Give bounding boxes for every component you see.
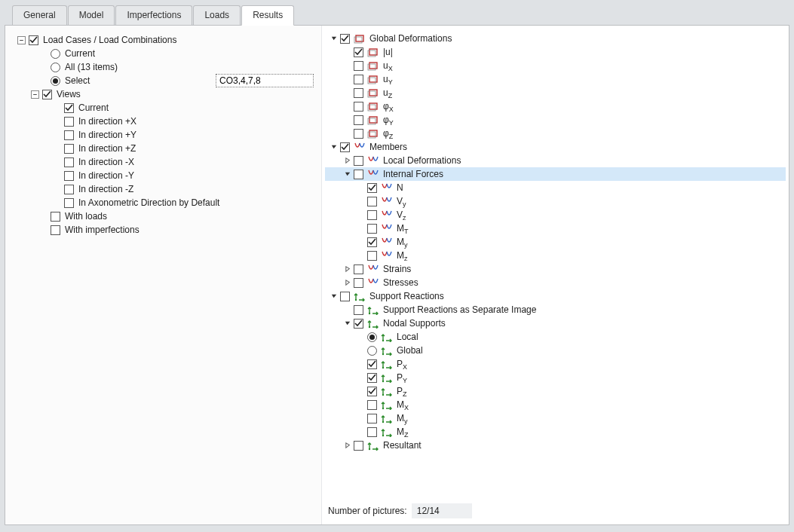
expander-global-deformations[interactable] xyxy=(330,34,339,43)
checkbox-strains[interactable] xyxy=(354,264,363,274)
expander-resultant[interactable] xyxy=(343,441,352,450)
expander-local-def[interactable] xyxy=(343,156,352,165)
right-tree[interactable]: Global Deformations |u| uX uY uZ xyxy=(322,26,789,524)
radio-local[interactable] xyxy=(367,332,377,342)
checkbox-mt[interactable] xyxy=(367,224,377,234)
checkbox-view-current[interactable] xyxy=(64,103,74,113)
checkbox-dir-px[interactable] xyxy=(64,117,74,127)
support-icon xyxy=(367,440,379,451)
support-icon xyxy=(354,291,366,301)
tab-bar: General Model Imperfections Loads Result… xyxy=(5,5,789,25)
tab-loads[interactable]: Loads xyxy=(193,5,241,26)
support-icon xyxy=(381,386,393,396)
checkbox-uy[interactable] xyxy=(354,75,363,84)
checkbox-members[interactable] xyxy=(340,142,350,152)
checkbox-resultant[interactable] xyxy=(354,441,363,451)
deformation-icon xyxy=(354,33,366,44)
checkbox-nodal-supports[interactable] xyxy=(354,319,363,329)
checkbox-local-def[interactable] xyxy=(354,156,363,166)
expander-internal-forces[interactable] xyxy=(343,170,352,179)
force-icon xyxy=(354,142,366,152)
expander-views[interactable]: − xyxy=(31,90,39,99)
footer: Number of pictures: 12/14 xyxy=(328,503,472,518)
checkbox-phix[interactable] xyxy=(354,102,363,112)
checkbox-axo[interactable] xyxy=(64,198,74,208)
label-mz: Mz xyxy=(396,250,408,261)
label-radio-current: Current xyxy=(64,48,95,59)
label-phiy: φY xyxy=(382,115,394,125)
label-radio-select: Select xyxy=(64,75,90,86)
expander-nodal-supports[interactable] xyxy=(343,319,352,328)
checkbox-u-abs[interactable] xyxy=(354,47,363,57)
force-icon xyxy=(381,223,393,234)
expander-strains[interactable] xyxy=(343,264,352,274)
checkbox-phiy[interactable] xyxy=(354,115,363,125)
expander-members[interactable] xyxy=(330,142,339,151)
input-select-value[interactable] xyxy=(216,74,314,87)
footer-label: Number of pictures: xyxy=(328,506,407,516)
checkbox-n[interactable] xyxy=(367,183,377,193)
checkbox-px[interactable] xyxy=(367,359,377,369)
dialog-window: General Model Imperfections Loads Result… xyxy=(0,0,794,532)
checkbox-mx[interactable] xyxy=(367,400,377,410)
label-support-sep: Support Reactions as Separate Image xyxy=(382,304,536,315)
checkbox-with-imperfections[interactable] xyxy=(51,225,60,235)
label-vz: Vz xyxy=(396,209,406,220)
checkbox-dir-pz[interactable] xyxy=(64,144,74,154)
expander-load-cases[interactable]: − xyxy=(17,36,26,44)
checkbox-uz[interactable] xyxy=(354,88,363,98)
checkbox-views[interactable] xyxy=(42,90,52,99)
label-dir-pz: In direction +Z xyxy=(78,143,136,154)
deformation-icon xyxy=(367,74,379,84)
label-radio-all: All (13 items) xyxy=(64,62,118,72)
checkbox-global-deformations[interactable] xyxy=(340,34,350,44)
checkbox-mz[interactable] xyxy=(367,251,377,261)
checkbox-mz2[interactable] xyxy=(367,427,377,437)
checkbox-my[interactable] xyxy=(367,237,377,247)
deformation-icon xyxy=(367,87,379,98)
checkbox-support-reactions[interactable] xyxy=(340,292,350,301)
checkbox-py[interactable] xyxy=(367,373,377,383)
left-tree[interactable]: − Load Cases / Load Combinations Current… xyxy=(5,26,322,524)
tab-imperfections[interactable]: Imperfections xyxy=(115,5,192,26)
radio-global[interactable] xyxy=(367,346,377,356)
label-members: Members xyxy=(369,142,407,152)
tab-general[interactable]: General xyxy=(12,5,67,26)
label-dir-my: In direction -Y xyxy=(78,170,134,181)
support-icon xyxy=(381,427,393,437)
deformation-icon xyxy=(367,47,379,57)
label-mt: MT xyxy=(396,223,409,234)
radio-all[interactable] xyxy=(51,63,60,72)
support-icon xyxy=(381,345,393,356)
checkbox-internal-forces[interactable] xyxy=(354,170,363,179)
expander-support-reactions[interactable] xyxy=(330,292,339,301)
label-n: N xyxy=(396,182,403,193)
radio-select[interactable] xyxy=(51,76,60,86)
checkbox-stresses[interactable] xyxy=(354,278,363,288)
expander-stresses[interactable] xyxy=(343,278,352,287)
label-uz: uZ xyxy=(382,87,392,98)
checkbox-dir-py[interactable] xyxy=(64,130,74,140)
label-internal-forces: Internal Forces xyxy=(382,169,443,179)
tab-model[interactable]: Model xyxy=(68,5,115,26)
force-icon xyxy=(367,264,379,274)
checkbox-ux[interactable] xyxy=(354,61,363,71)
label-pz: PZ xyxy=(396,386,407,396)
checkbox-vz[interactable] xyxy=(367,210,377,220)
checkbox-dir-mx[interactable] xyxy=(64,157,74,167)
checkbox-load-cases[interactable] xyxy=(29,35,38,45)
force-icon xyxy=(381,237,393,247)
checkbox-pz[interactable] xyxy=(367,387,377,396)
tab-results[interactable]: Results xyxy=(241,5,294,26)
label-dir-mx: In direction -X xyxy=(78,157,134,167)
checkbox-support-sep[interactable] xyxy=(354,305,363,315)
checkbox-my2[interactable] xyxy=(367,414,377,423)
label-strains: Strains xyxy=(382,264,411,274)
checkbox-vy[interactable] xyxy=(367,197,377,206)
radio-current[interactable] xyxy=(51,49,60,59)
checkbox-dir-mz[interactable] xyxy=(64,185,74,194)
checkbox-dir-my[interactable] xyxy=(64,171,74,181)
checkbox-with-loads[interactable] xyxy=(51,212,60,222)
label-support-reactions: Support Reactions xyxy=(369,291,444,301)
checkbox-phiz[interactable] xyxy=(354,129,363,139)
